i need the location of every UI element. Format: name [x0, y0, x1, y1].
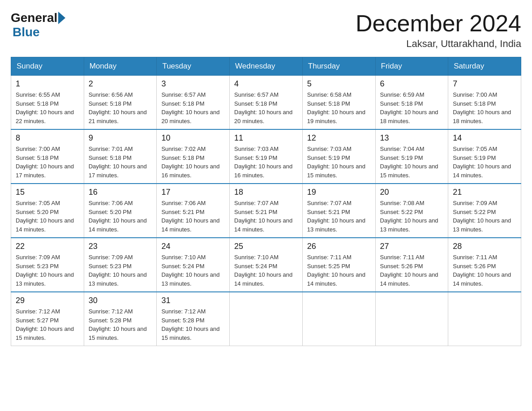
day-number: 6 [380, 79, 444, 89]
day-info: Sunrise: 7:11 AMSunset: 5:26 PMDaylight:… [453, 254, 511, 287]
day-header-sunday: Sunday [11, 57, 84, 76]
day-number: 11 [234, 133, 298, 143]
day-info: Sunrise: 7:09 AMSunset: 5:22 PMDaylight:… [453, 200, 511, 233]
day-number: 5 [307, 79, 371, 89]
day-info: Sunrise: 7:09 AMSunset: 5:23 PMDaylight:… [16, 254, 74, 287]
calendar-cell: 22 Sunrise: 7:09 AMSunset: 5:23 PMDaylig… [11, 238, 84, 292]
day-info: Sunrise: 7:10 AMSunset: 5:24 PMDaylight:… [234, 254, 292, 287]
day-number: 4 [234, 79, 298, 89]
day-number: 28 [453, 242, 516, 251]
day-info: Sunrise: 7:03 AMSunset: 5:19 PMDaylight:… [307, 146, 365, 179]
calendar-week-row: 29 Sunrise: 7:12 AMSunset: 5:27 PMDaylig… [11, 292, 521, 346]
calendar-cell: 30 Sunrise: 7:12 AMSunset: 5:28 PMDaylig… [84, 292, 157, 346]
calendar-cell: 23 Sunrise: 7:09 AMSunset: 5:23 PMDaylig… [84, 238, 157, 292]
day-info: Sunrise: 7:12 AMSunset: 5:28 PMDaylight:… [89, 308, 147, 341]
day-header-monday: Monday [84, 57, 157, 76]
day-number: 14 [453, 133, 516, 143]
calendar-cell: 1 Sunrise: 6:55 AMSunset: 5:18 PMDayligh… [11, 76, 84, 130]
day-number: 27 [380, 242, 444, 251]
day-number: 24 [161, 242, 225, 251]
day-number: 31 [161, 296, 225, 305]
calendar-week-row: 22 Sunrise: 7:09 AMSunset: 5:23 PMDaylig… [11, 238, 521, 292]
day-number: 26 [307, 242, 371, 251]
day-number: 29 [16, 296, 79, 305]
month-title: December 2024 [356, 11, 521, 36]
day-number: 17 [161, 188, 225, 197]
calendar-cell: 12 Sunrise: 7:03 AMSunset: 5:19 PMDaylig… [302, 129, 375, 184]
calendar-cell: 15 Sunrise: 7:05 AMSunset: 5:20 PMDaylig… [11, 184, 84, 238]
calendar-cell: 17 Sunrise: 7:06 AMSunset: 5:21 PMDaylig… [157, 184, 230, 238]
day-info: Sunrise: 7:05 AMSunset: 5:20 PMDaylight:… [16, 200, 74, 233]
calendar-cell: 28 Sunrise: 7:11 AMSunset: 5:26 PMDaylig… [448, 238, 521, 292]
logo-general-text: General [11, 11, 57, 25]
day-header-wednesday: Wednesday [230, 57, 303, 76]
logo-arrow-icon [58, 12, 65, 24]
title-section: December 2024 Laksar, Uttarakhand, India [356, 11, 521, 50]
day-info: Sunrise: 7:06 AMSunset: 5:20 PMDaylight:… [89, 200, 147, 233]
calendar-week-row: 8 Sunrise: 7:00 AMSunset: 5:18 PMDayligh… [11, 129, 521, 184]
calendar-cell: 25 Sunrise: 7:10 AMSunset: 5:24 PMDaylig… [230, 238, 303, 292]
day-info: Sunrise: 7:12 AMSunset: 5:28 PMDaylight:… [161, 308, 219, 341]
day-info: Sunrise: 7:04 AMSunset: 5:19 PMDaylight:… [380, 146, 438, 179]
calendar-cell: 24 Sunrise: 7:10 AMSunset: 5:24 PMDaylig… [157, 238, 230, 292]
calendar-cell [230, 292, 303, 346]
day-number: 2 [89, 79, 152, 89]
calendar-cell: 6 Sunrise: 6:59 AMSunset: 5:18 PMDayligh… [375, 76, 448, 130]
calendar-cell: 14 Sunrise: 7:05 AMSunset: 5:19 PMDaylig… [448, 129, 521, 184]
calendar-cell: 16 Sunrise: 7:06 AMSunset: 5:20 PMDaylig… [84, 184, 157, 238]
day-number: 22 [16, 242, 79, 251]
calendar-cell: 31 Sunrise: 7:12 AMSunset: 5:28 PMDaylig… [157, 292, 230, 346]
day-info: Sunrise: 7:05 AMSunset: 5:19 PMDaylight:… [453, 146, 511, 179]
calendar-cell: 10 Sunrise: 7:02 AMSunset: 5:18 PMDaylig… [157, 129, 230, 184]
day-number: 15 [16, 188, 79, 197]
day-header-thursday: Thursday [302, 57, 375, 76]
day-number: 16 [89, 188, 152, 197]
calendar-cell: 7 Sunrise: 7:00 AMSunset: 5:18 PMDayligh… [448, 76, 521, 130]
day-info: Sunrise: 7:11 AMSunset: 5:26 PMDaylight:… [380, 254, 438, 287]
day-number: 23 [89, 242, 152, 251]
day-info: Sunrise: 7:11 AMSunset: 5:25 PMDaylight:… [307, 254, 365, 287]
day-info: Sunrise: 7:06 AMSunset: 5:21 PMDaylight:… [161, 200, 219, 233]
calendar-cell [302, 292, 375, 346]
day-info: Sunrise: 7:12 AMSunset: 5:27 PMDaylight:… [16, 308, 74, 341]
day-info: Sunrise: 7:09 AMSunset: 5:23 PMDaylight:… [89, 254, 147, 287]
day-info: Sunrise: 7:00 AMSunset: 5:18 PMDaylight:… [453, 91, 511, 124]
calendar-cell: 5 Sunrise: 6:58 AMSunset: 5:18 PMDayligh… [302, 76, 375, 130]
day-header-tuesday: Tuesday [157, 57, 230, 76]
day-info: Sunrise: 6:56 AMSunset: 5:18 PMDaylight:… [89, 91, 147, 124]
day-info: Sunrise: 7:00 AMSunset: 5:18 PMDaylight:… [16, 146, 74, 179]
logo-blue-text: Blue [13, 25, 40, 39]
day-info: Sunrise: 6:55 AMSunset: 5:18 PMDaylight:… [16, 91, 74, 124]
day-info: Sunrise: 6:58 AMSunset: 5:18 PMDaylight:… [307, 91, 365, 124]
calendar-cell: 29 Sunrise: 7:12 AMSunset: 5:27 PMDaylig… [11, 292, 84, 346]
calendar-cell: 20 Sunrise: 7:08 AMSunset: 5:22 PMDaylig… [375, 184, 448, 238]
day-header-saturday: Saturday [448, 57, 521, 76]
day-number: 18 [234, 188, 298, 197]
calendar-cell: 19 Sunrise: 7:07 AMSunset: 5:21 PMDaylig… [302, 184, 375, 238]
calendar-cell: 4 Sunrise: 6:57 AMSunset: 5:18 PMDayligh… [230, 76, 303, 130]
day-number: 20 [380, 188, 444, 197]
calendar-cell: 9 Sunrise: 7:01 AMSunset: 5:18 PMDayligh… [84, 129, 157, 184]
day-number: 9 [89, 133, 152, 143]
day-number: 7 [453, 79, 516, 89]
calendar-table: SundayMondayTuesdayWednesdayThursdayFrid… [11, 57, 521, 346]
day-info: Sunrise: 7:08 AMSunset: 5:22 PMDaylight:… [380, 200, 438, 233]
calendar-cell: 26 Sunrise: 7:11 AMSunset: 5:25 PMDaylig… [302, 238, 375, 292]
day-info: Sunrise: 7:03 AMSunset: 5:19 PMDaylight:… [234, 146, 292, 179]
day-info: Sunrise: 7:07 AMSunset: 5:21 PMDaylight:… [307, 200, 365, 233]
day-number: 19 [307, 188, 371, 197]
day-info: Sunrise: 6:59 AMSunset: 5:18 PMDaylight:… [380, 91, 438, 124]
calendar-cell: 3 Sunrise: 6:57 AMSunset: 5:18 PMDayligh… [157, 76, 230, 130]
day-number: 13 [380, 133, 444, 143]
day-info: Sunrise: 6:57 AMSunset: 5:18 PMDaylight:… [161, 91, 219, 124]
day-number: 12 [307, 133, 371, 143]
logo-top: General [11, 11, 66, 25]
day-number: 3 [161, 79, 225, 89]
day-info: Sunrise: 7:07 AMSunset: 5:21 PMDaylight:… [234, 200, 292, 233]
calendar-week-row: 1 Sunrise: 6:55 AMSunset: 5:18 PMDayligh… [11, 76, 521, 130]
calendar-cell: 2 Sunrise: 6:56 AMSunset: 5:18 PMDayligh… [84, 76, 157, 130]
calendar-cell [375, 292, 448, 346]
calendar-cell: 13 Sunrise: 7:04 AMSunset: 5:19 PMDaylig… [375, 129, 448, 184]
day-info: Sunrise: 7:01 AMSunset: 5:18 PMDaylight:… [89, 146, 147, 179]
logo: General Blue [11, 11, 66, 39]
